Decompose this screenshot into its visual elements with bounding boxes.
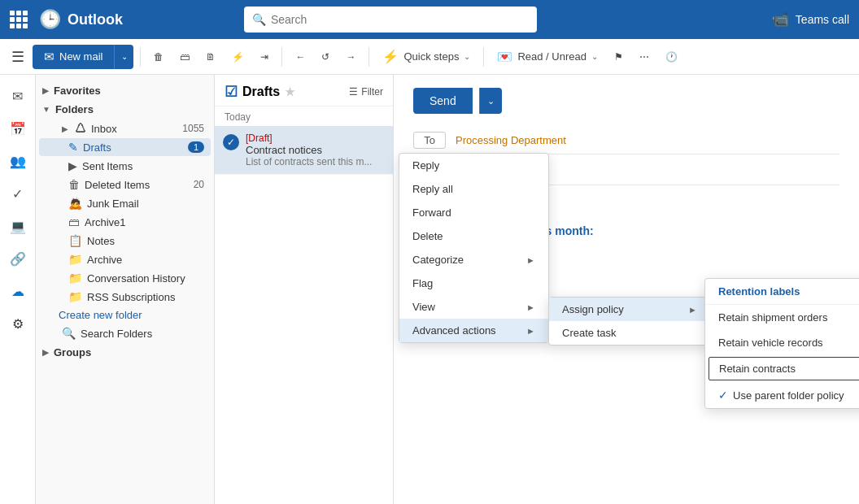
ctx-forward[interactable]: Forward (399, 201, 548, 224)
deleted-items-label: Deleted Items (85, 179, 150, 191)
sub-assign-policy[interactable]: Assign policy ► (549, 298, 710, 321)
topbar-right: 📹 Teams call (771, 11, 849, 28)
reply-all-button[interactable]: ↺ (315, 45, 336, 69)
retention-shipment[interactable]: Retain shipment orders (705, 305, 859, 330)
star-icon[interactable]: ★ (285, 85, 295, 98)
nav-people[interactable]: 👥 (3, 146, 33, 176)
send-button[interactable]: Send (413, 88, 473, 114)
retention-header: Retention labels (705, 279, 859, 305)
rss-label: RSS Subscriptions (87, 291, 175, 303)
retention-contracts[interactable]: Retain contracts (709, 357, 859, 380)
cat-arrow: ► (526, 255, 535, 265)
retention-parent[interactable]: ✓ Use parent folder policy (705, 382, 859, 408)
envelope-icon: ✉ (44, 50, 55, 64)
nav-tasks[interactable]: ✓ (3, 179, 33, 208)
deleted-badge: 20 (194, 179, 204, 190)
folder-archive[interactable]: 📁 Archive (39, 250, 211, 268)
ctx-delete[interactable]: Delete (399, 224, 548, 248)
folders-header[interactable]: ▼ Folders (36, 100, 214, 119)
drafts-label: Drafts (83, 141, 111, 154)
forward-button[interactable]: ⇥ (254, 45, 275, 69)
favorites-header[interactable]: ▶ Favorites (36, 81, 214, 100)
new-mail-dropdown[interactable]: ⌄ (114, 45, 133, 69)
folder-rss[interactable]: 📁 RSS Subscriptions (39, 288, 211, 306)
folder-conversation[interactable]: 📁 Conversation History (39, 269, 211, 287)
favorites-label: Favorites (54, 85, 101, 97)
email-list: ☑ Drafts ★ ☰ Filter Today ✓ [Draft] Cont… (215, 75, 394, 504)
nav-teams[interactable]: 💻 (3, 211, 33, 241)
search-bar[interactable]: 🔍 (244, 7, 537, 33)
expand-inbox-icon: ▶ (62, 124, 68, 133)
folder-drafts[interactable]: ✎ Drafts 1 (39, 138, 211, 156)
ctx-reply-all[interactable]: Reply all (399, 177, 548, 201)
clock-button[interactable]: 🕐 (659, 45, 684, 69)
nav-calendar[interactable]: 📅 (3, 114, 33, 143)
delete-button[interactable]: 🗑 (147, 45, 170, 69)
filter-icon: ☰ (349, 86, 358, 98)
groups-label: Groups (54, 346, 91, 358)
notes-label: Notes (87, 235, 115, 247)
drafts-icon: ✎ (68, 141, 78, 154)
to-label: To (413, 132, 446, 149)
archive-button[interactable]: 🗃 (173, 45, 196, 69)
filter-button[interactable]: ⚡ (225, 45, 251, 69)
undo-button[interactable]: ← (289, 45, 312, 69)
ctx-advanced[interactable]: Advanced actions► (399, 319, 548, 342)
adv-arrow: ► (526, 326, 535, 336)
nav-mail[interactable]: ✉ (3, 81, 33, 111)
chevron-down-icon2: ⌄ (591, 52, 598, 61)
new-mail-button[interactable]: ✉ New mail (33, 45, 114, 69)
folder-deleted[interactable]: 🗑 Deleted Items 20 (39, 176, 211, 193)
nav-onedrive[interactable]: ☁ (3, 276, 33, 306)
ctx-view[interactable]: View► (399, 295, 548, 319)
folder-junk[interactable]: 🙇 Junk Email (39, 194, 211, 212)
more-button[interactable]: ⋯ (633, 45, 656, 69)
hamburger-button[interactable]: ☰ (7, 45, 29, 69)
email-content: [Draft] Contract notices List of contrac… (246, 133, 385, 167)
sent-items-label: Sent Items (82, 160, 133, 172)
app-logo: 🕒 Outlook (39, 9, 123, 30)
check-circle-icon: ☑ (225, 83, 238, 101)
retention-vehicle[interactable]: Retain vehicle records (705, 330, 859, 355)
teams-call-label[interactable]: Teams call (796, 13, 849, 26)
sep3 (368, 47, 369, 67)
inbox-label: Inbox (91, 123, 117, 135)
send-dropdown[interactable]: ⌄ (479, 88, 502, 114)
nav-apps[interactable]: 🔗 (3, 244, 33, 273)
date-label: Today (215, 106, 393, 126)
folder-notes[interactable]: 📋 Notes (39, 232, 211, 250)
create-folder-link[interactable]: Create new folder (36, 306, 214, 324)
ctx-categorize[interactable]: Categorize► (399, 248, 548, 272)
video-icon: 📹 (771, 11, 789, 28)
email-item[interactable]: ✓ [Draft] Contract notices List of contr… (215, 126, 393, 175)
flag-button[interactable]: ⚑ (608, 45, 630, 69)
ctx-reply[interactable]: Reply (399, 154, 548, 177)
ctx-flag[interactable]: Flag (399, 272, 548, 295)
move-button[interactable]: 🗎 (199, 45, 222, 69)
search-input[interactable] (271, 13, 529, 26)
read-unread-button[interactable]: 💌 Read / Unread ⌄ (491, 45, 604, 69)
groups-header[interactable]: ▶ Groups (36, 343, 214, 362)
to-value: Processing Department (456, 134, 566, 146)
groups-expand-icon: ▶ (42, 348, 49, 357)
quick-steps-label: Quick steps (403, 50, 459, 63)
drafts-badge: 1 (188, 141, 204, 153)
conv-history-label: Conversation History (87, 272, 185, 285)
waffle-icon[interactable] (10, 11, 31, 28)
folder-archive1[interactable]: 🗃 Archive1 (39, 213, 211, 231)
quick-steps-button[interactable]: ⚡ Quick steps ⌄ (376, 45, 477, 69)
folder-inbox[interactable]: ▶ 🛆 Inbox 1055 (39, 119, 211, 137)
send-bar: Send ⌄ (413, 88, 839, 114)
filter-label: Filter (361, 86, 383, 98)
sidebar: ▶ Favorites ▼ Folders ▶ 🛆 Inbox 1055 ✎ D… (36, 75, 215, 504)
filter-button[interactable]: ☰ Filter (349, 86, 383, 98)
nav-apps2[interactable]: ⚙ (3, 309, 33, 338)
inbox-badge: 1055 (182, 123, 204, 134)
folder-search[interactable]: 🔍 Search Folders (39, 324, 211, 342)
folder-sent[interactable]: ▶ Sent Items (39, 157, 211, 175)
read-unread-label: Read / Unread (517, 50, 586, 63)
deleted-icon: 🗑 (68, 178, 80, 191)
toolbar: ☰ ✉ New mail ⌄ 🗑 🗃 🗎 ⚡ ⇥ ← ↺ → ⚡ Quick s… (0, 39, 859, 75)
sub-create-task[interactable]: Create task (549, 321, 710, 345)
redo-button[interactable]: → (339, 45, 362, 69)
